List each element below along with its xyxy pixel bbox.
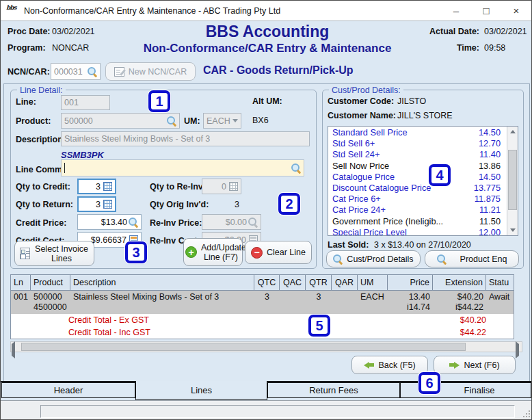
ncn-car-input[interactable]: 000031 — [51, 63, 101, 80]
scrollbar-thumb[interactable] — [508, 150, 517, 210]
cust-prod-legend: Cust/Prod Details: — [329, 86, 403, 95]
select-invoice-lines-button[interactable]: Select Invoice Lines — [14, 241, 94, 266]
status-field — [40, 405, 515, 418]
price-list-item[interactable]: Cat Price 6+11.875 — [328, 193, 507, 204]
scroll-left-icon[interactable] — [12, 344, 15, 356]
price-list-scrollbar[interactable] — [507, 127, 518, 235]
col-description[interactable]: Description — [70, 275, 254, 290]
product-input[interactable]: 500000 — [61, 113, 180, 129]
col-extension[interactable]: Extension — [433, 275, 486, 290]
line-comm-input[interactable] — [61, 159, 304, 176]
price-list-item[interactable]: Standard Sell Price14.50 — [328, 127, 507, 137]
cell-extension: $40.20 i$44.22 — [433, 291, 486, 314]
app-title: BBS Accounting — [124, 23, 411, 41]
ncn-car-label: NCN/CAR: — [8, 67, 50, 77]
product-code: SSMB3PK — [61, 150, 104, 160]
col-status[interactable]: Statu — [486, 275, 514, 290]
price-list-item[interactable]: Sell Now Price13.86 — [328, 160, 507, 171]
program-value: NONCAR — [52, 43, 89, 53]
new-document-icon — [114, 67, 124, 77]
line-comm-search-icon[interactable] — [291, 163, 301, 173]
h-scrollbar-thumb[interactable] — [21, 343, 466, 351]
next-button[interactable]: Next (F6) — [434, 356, 516, 374]
scroll-down-icon[interactable] — [507, 225, 518, 235]
total-inc-gst-value: $44.22 — [460, 327, 486, 338]
col-price[interactable]: Price — [388, 275, 433, 290]
col-ln[interactable]: Ln — [11, 275, 31, 290]
alt-um-label: Alt UM: — [252, 96, 282, 106]
back-button[interactable]: Back (F5) — [351, 356, 428, 374]
price-list-item-partial[interactable]: Special Price Level12.00 — [328, 226, 507, 236]
close-button[interactable]: × — [501, 1, 531, 21]
line-input[interactable]: 001 — [61, 95, 110, 110]
qty-reinv-value: 0 — [222, 182, 226, 192]
app-window: bbs Non-Conformance/CAR Entry & Maintena… — [0, 0, 532, 420]
tab-return-fees[interactable]: Return Fees — [267, 382, 400, 398]
cell-qac — [280, 291, 306, 314]
col-qar[interactable]: QAR — [332, 275, 358, 290]
invoice-list-icon — [20, 248, 30, 259]
tab-header[interactable]: Header — [1, 382, 135, 398]
description-input[interactable]: Stainless Steel Mixing Bowls - Set of 3 — [61, 131, 310, 146]
product-enq-button[interactable]: Product Enq — [425, 250, 519, 267]
price-list-item[interactable]: Cat Price 24+11.21 — [328, 204, 507, 215]
resize-grip[interactable] — [522, 410, 531, 418]
line-detail-legend: Line Detail: — [17, 86, 66, 95]
annotation-1: 1 — [148, 90, 170, 112]
add-update-line-button[interactable]: + Add/Update Line (F7) — [183, 238, 243, 266]
table-h-scrollbar[interactable] — [10, 341, 522, 352]
table-row[interactable]: 001 500000 4500000 Stainless Steel Mixin… — [11, 291, 514, 314]
annotation-4: 4 — [429, 164, 451, 186]
last-sold-value: 3 x $13.40 on 27/10/2020 — [374, 240, 471, 250]
price-list-item[interactable]: Catalogue Price14.50 — [328, 171, 507, 182]
cell-qtc: 3 — [254, 291, 280, 314]
clear-icon: − — [251, 247, 263, 259]
total-inc-gst-label: Credit Total - Inc GST — [68, 327, 150, 338]
qty-return-input[interactable]: 3 — [77, 196, 116, 212]
clear-line-button[interactable]: − Clear Line — [245, 241, 312, 264]
col-um[interactable]: UM — [358, 275, 388, 290]
select-invoice-lines-label: Select Invoice Lines — [34, 244, 89, 263]
cell-qtr: 3 — [306, 291, 332, 314]
ncn-car-value: 000031 — [54, 67, 88, 77]
qty-orig-value: 3 — [235, 200, 239, 209]
qty-credit-input[interactable]: 3 — [77, 179, 116, 194]
price-listbox[interactable]: Standard Sell Price14.50 Std Sell 6+12.7… — [328, 126, 518, 236]
search-icon[interactable] — [88, 67, 97, 77]
col-qtr[interactable]: QTR — [306, 275, 332, 290]
col-qtc[interactable]: QTC — [254, 275, 280, 290]
minimize-button[interactable]: – — [441, 1, 471, 21]
price-list-item[interactable]: Government Price (Ineligib...11.50 — [328, 215, 507, 226]
price-list-item[interactable]: Discount Catalogue Price13.775 — [328, 182, 507, 193]
product-search-icon[interactable] — [167, 116, 176, 126]
price-search-icon-disabled — [248, 218, 258, 227]
price-list-item[interactable]: Std Sell 24+11.40 — [328, 148, 507, 159]
cust-prod-search-icon — [333, 254, 343, 264]
qty-reinv-input[interactable]: 0 — [202, 179, 241, 194]
tab-lines[interactable]: Lines — [135, 381, 267, 400]
reinv-price-input[interactable]: $0.00 — [202, 214, 261, 230]
time-label: Time: — [428, 43, 479, 53]
product-value: 500000 — [64, 116, 167, 126]
scroll-right-icon[interactable] — [516, 344, 519, 356]
grid-lookup-icon[interactable] — [103, 200, 112, 209]
text-cursor — [64, 163, 65, 173]
grid-lookup-icon[interactable] — [103, 182, 112, 191]
um-select[interactable]: EACH — [203, 113, 241, 129]
maximize-button[interactable]: □ — [471, 1, 501, 21]
app-logo-icon: bbs — [6, 5, 18, 17]
credit-price-input[interactable]: $13.40 — [77, 214, 142, 230]
col-product[interactable]: Product — [31, 275, 70, 290]
cust-prod-details-label: Cust/Prod Details — [347, 254, 413, 264]
clear-line-label: Clear Line — [267, 248, 306, 257]
price-list-item[interactable]: Std Sell 6+12.70 — [328, 137, 507, 148]
customer-code-label: Customer Code: — [328, 96, 394, 106]
price-search-icon[interactable] — [129, 218, 138, 227]
cust-prod-details-button[interactable]: Cust/Prod Details — [326, 250, 421, 267]
col-qac[interactable]: QAC — [280, 275, 306, 290]
next-label: Next (F6) — [464, 360, 499, 370]
new-ncn-car-button[interactable]: New NCN/CAR — [105, 62, 196, 81]
table-header-row: Ln Product Description QTC QAC QTR QAR U… — [11, 275, 514, 291]
customer-name-label: Customer Name: — [328, 111, 396, 120]
scroll-up-icon[interactable] — [507, 127, 518, 137]
